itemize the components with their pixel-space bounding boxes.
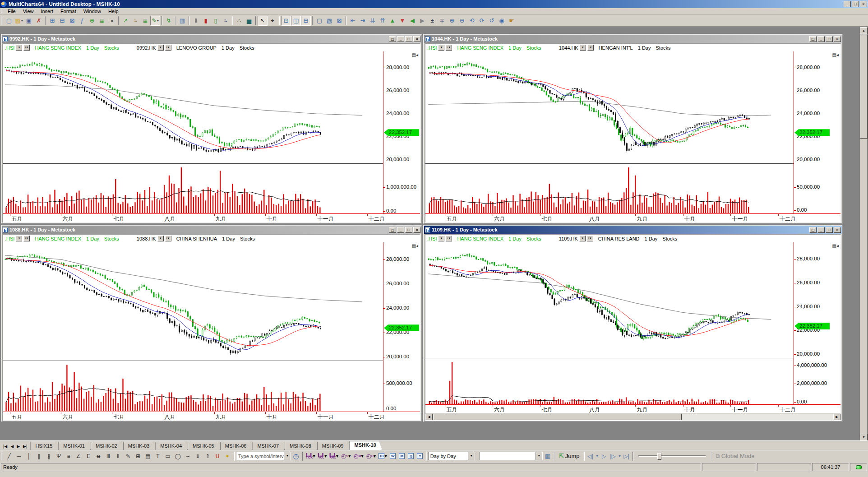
- close-window-button[interactable]: ×: [834, 227, 841, 233]
- volume-pane[interactable]: [3, 164, 384, 213]
- rectangle-tool-icon[interactable]: ▭: [163, 451, 173, 461]
- m-interval-button[interactable]: M: [397, 452, 406, 461]
- sheet-tab-mshk-02[interactable]: MSHK-02: [91, 442, 123, 450]
- index-status-dropdown-button[interactable]: I▼: [23, 236, 30, 241]
- time-axis[interactable]: 五月六月七月八月九月十月十一月十二月: [425, 213, 840, 222]
- show-panel-icon[interactable]: ▢: [314, 16, 324, 26]
- maximize-window-button[interactable]: □: [405, 227, 412, 233]
- data-window-icon[interactable]: ▤◂: [412, 243, 418, 248]
- fib-retracement-icon[interactable]: ≡: [64, 451, 74, 461]
- chart-horizontal-scrollbar[interactable]: ◀▶: [425, 413, 840, 420]
- crosshair-tool-icon[interactable]: ⌖: [268, 16, 277, 26]
- gann-fan-icon[interactable]: ⋇: [93, 451, 103, 461]
- tick-interval-button[interactable]: ▌▂▌TICK▾: [305, 452, 317, 461]
- slider-thumb[interactable]: [657, 453, 661, 460]
- new-chart-window-icon[interactable]: ⊞: [47, 16, 57, 26]
- price-axis-gutter[interactable]: 28,000.0026,000.0024,000.0022,000.0020,0…: [794, 51, 840, 213]
- insert-instrument-icon[interactable]: ⊕: [87, 16, 97, 26]
- playback-step-back-button[interactable]: ◁|: [586, 451, 595, 461]
- plus-one-bar-icon[interactable]: ±: [427, 16, 437, 26]
- maximize-window-button[interactable]: □: [826, 36, 833, 42]
- menu-view[interactable]: View: [19, 8, 37, 14]
- menu-format[interactable]: Format: [57, 8, 80, 14]
- volume-interval-button[interactable]: ▌▂▌VOL▾: [317, 452, 328, 461]
- mdi-vscroll-thumb[interactable]: [860, 35, 868, 139]
- price-pane[interactable]: [3, 242, 384, 361]
- session-clock-icon[interactable]: ◷: [291, 451, 301, 461]
- grid-icon[interactable]: ⊞: [133, 451, 143, 461]
- magnet-mode-icon[interactable]: U: [212, 451, 222, 461]
- minus-one-bar-icon[interactable]: ∓: [437, 16, 447, 26]
- app-maximize-button[interactable]: □: [852, 1, 859, 7]
- app-minimize-button[interactable]: _: [844, 1, 851, 7]
- expand-vertical-icon[interactable]: ⇈: [378, 16, 388, 26]
- playback-step-back-options-button[interactable]: ▾: [595, 451, 600, 461]
- study-select[interactable]: ▼: [480, 452, 543, 460]
- sheet-tab-mshk-09[interactable]: MSHK-09: [317, 442, 350, 450]
- price-axis-gutter[interactable]: 28,000.0026,000.0024,000.0022,000.0020,0…: [794, 242, 840, 404]
- chart-image-icon[interactable]: ▧: [324, 16, 334, 26]
- chart-plot-area[interactable]: 28,000.0026,000.0024,000.0022,000.0020,0…: [3, 51, 420, 213]
- save-workspace-icon[interactable]: ▣: [24, 16, 34, 26]
- price-axis-gutter[interactable]: 28,000.0026,000.0024,000.0022,000.0020,0…: [383, 242, 420, 412]
- mdi-vertical-scrollbar[interactable]: ▲ ▼: [859, 27, 867, 441]
- compress-bars-icon[interactable]: ⇤: [348, 16, 358, 26]
- scroll-down-icon[interactable]: ▼: [397, 16, 407, 26]
- andrews-pitchfork-icon[interactable]: Ψ: [54, 451, 64, 461]
- index-dropdown-button[interactable]: ▼: [438, 236, 444, 241]
- zoom-out-icon[interactable]: ⊖: [457, 16, 467, 26]
- line-style-icon[interactable]: ≈: [221, 16, 231, 26]
- tile-horizontal-icon[interactable]: ◫: [291, 16, 301, 26]
- detach-window-button[interactable]: ◳: [809, 36, 817, 42]
- symbol-status-dropdown-button[interactable]: I▼: [165, 236, 171, 241]
- index-status-dropdown-button[interactable]: I▼: [446, 45, 452, 51]
- dropdown-arrow-icon[interactable]: ▾: [313, 453, 315, 459]
- dropdown-arrow-icon[interactable]: ▾: [384, 453, 387, 459]
- pointer-tool-icon[interactable]: ↖: [258, 16, 268, 26]
- hollow-candle-style-icon[interactable]: ▯: [211, 16, 221, 26]
- playback-play-button[interactable]: ▷: [600, 451, 609, 461]
- tab-nav-button-3[interactable]: ▶|: [22, 444, 28, 449]
- scroll-up-icon[interactable]: ▲: [388, 16, 397, 26]
- volume-pane[interactable]: [425, 358, 794, 404]
- sheet-tab-mshk-07[interactable]: MSHK-07: [252, 442, 285, 450]
- redo-zoom-icon[interactable]: ⟳: [477, 16, 487, 26]
- cycle-lines-icon[interactable]: Ⅱ: [113, 451, 123, 461]
- sheet-tab-mshk-04[interactable]: MSHK-04: [155, 442, 188, 450]
- fib-timezones-icon[interactable]: Ⅲ: [103, 451, 113, 461]
- symbol-status-dropdown-button[interactable]: I▼: [587, 236, 593, 241]
- ellipse-tool-icon[interactable]: ◯: [173, 451, 183, 461]
- scroll-right-arrow-icon[interactable]: ▶: [833, 414, 840, 420]
- full-screen-icon[interactable]: ⊠: [334, 16, 344, 26]
- sheet-tab-mshk-05[interactable]: MSHK-05: [188, 442, 220, 450]
- pane-separator[interactable]: [3, 361, 384, 361]
- undo-zoom-icon[interactable]: ⟲: [467, 16, 477, 26]
- trend-channel-icon[interactable]: ∦: [44, 451, 54, 461]
- volume-pane[interactable]: [3, 361, 384, 412]
- minimize-window-button[interactable]: _: [397, 36, 404, 42]
- price-pane[interactable]: [425, 51, 794, 163]
- resolution-select[interactable]: Day by Day▼: [428, 452, 475, 460]
- jump-button[interactable]: ⇱Jump: [556, 451, 582, 461]
- global-cursor-icon[interactable]: ◉: [497, 16, 507, 26]
- parallel-lines-icon[interactable]: ∥: [34, 451, 44, 461]
- sheet-tab-mshk-08[interactable]: MSHK-08: [285, 442, 317, 450]
- chart-window-titlebar[interactable]: 0992.HK - 1 Day - Metastock◳_□×: [2, 35, 421, 43]
- insert-study-icon[interactable]: ≣: [140, 16, 150, 26]
- sheet-tab-mshk-06[interactable]: MSHK-06: [220, 442, 253, 450]
- time-axis[interactable]: 五月六月七月八月九月十月十一月十二月: [3, 412, 420, 420]
- dropdown-arrow-icon[interactable]: ▾: [348, 453, 351, 459]
- edit-list-icon[interactable]: ▦: [543, 451, 553, 461]
- index-status-dropdown-button[interactable]: I▼: [446, 236, 452, 241]
- global-mode-button[interactable]: ⧉Global Mode: [713, 451, 757, 461]
- format-instrument-icon[interactable]: ƒ: [77, 16, 87, 26]
- minimize-window-button[interactable]: _: [817, 36, 825, 42]
- data-window-icon[interactable]: ▤◂: [412, 52, 418, 57]
- fib-fan-icon[interactable]: ∠: [74, 451, 83, 461]
- dropdown-arrow-icon[interactable]: ▾: [336, 453, 339, 459]
- stay-in-drawing-mode-icon[interactable]: ✦: [222, 451, 232, 461]
- price-pane[interactable]: [3, 51, 384, 163]
- playback-fast-forward-options-button[interactable]: ▾: [618, 451, 622, 461]
- w-interval-button[interactable]: W: [388, 452, 397, 461]
- time-axis[interactable]: 五月六月七月八月九月十月十一月十二月: [3, 213, 420, 222]
